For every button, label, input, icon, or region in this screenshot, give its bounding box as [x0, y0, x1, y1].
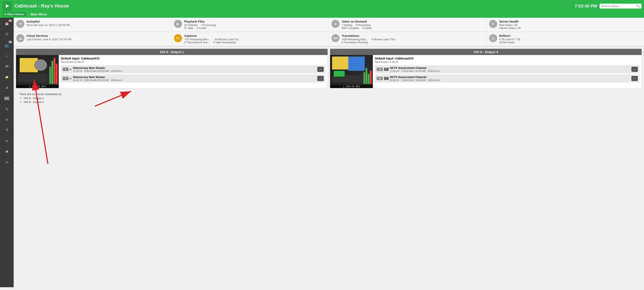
reflect-content: Reflect+ 5 TB Used of 7 TB 16200 Assets	[499, 34, 642, 44]
top-header: Cablecast - Ray's House 7:53:40 PM 🔍	[0, 0, 644, 12]
vod-content: Video on Demand 7 Waiting 0 Processing 8…	[342, 20, 484, 30]
channels-icon: 📺	[4, 43, 9, 47]
channel-panel-output4: VIO 8 - Output 4	[330, 49, 642, 88]
channel-default-input-output4: Default Input: CablecastCG	[375, 57, 640, 60]
tile-server-health: ♥ Server Health Raid Status: OK Volume S…	[486, 18, 644, 32]
event-ctrl-btn-1[interactable]: 🎮	[317, 67, 324, 72]
event-ctrl-btn-3[interactable]: 🎮	[632, 67, 638, 72]
tile-playback-files: ▶ Playback Files 29 Unlinked 0 Processin…	[171, 18, 329, 32]
preview-content-left	[16, 55, 52, 84]
status-tiles-row1: ✈ Autopilot Sent Until June 13, 2024 11:…	[14, 18, 644, 32]
server-health-content: Server Health Raid Status: OK Volume Sta…	[499, 20, 642, 30]
event-info-1: Democracy Now Stream 12:06:19 8:00:00 AM…	[73, 66, 316, 72]
event-row-output4-1: 19 CC HCTV Government Channel 11:06:19 7…	[375, 65, 640, 73]
no-events-item-2: VIO 8 - Output 3	[24, 100, 638, 104]
captions-icon: CC	[4, 96, 10, 100]
no-events-message: There are no events scheduled on:	[19, 93, 62, 96]
vod-processing: 0 Processing	[356, 24, 370, 27]
preview-content-left-4	[330, 55, 366, 84]
sidebar-item-messages[interactable]: ✉	[1, 61, 13, 71]
event-details-1: 12:06:19 8:00:00 AM-8:59:30 AM VIO8-Out-…	[73, 70, 316, 72]
event-ctrl-btn-4[interactable]: 🎮	[632, 76, 638, 81]
sidebar-item-headset[interactable]: 🎧	[1, 50, 13, 61]
search-icon[interactable]: 🔍	[636, 4, 640, 8]
sidebar-item-logout[interactable]: ↪	[1, 157, 13, 167]
sidebar-item-tools[interactable]: 🔧	[1, 104, 13, 114]
content-area: ✈ Autopilot Sent Until June 13, 2024 11:…	[14, 18, 644, 287]
tile-reflect: ◎ Reflect+ 5 TB Used of 7 TB 16200 Asset…	[486, 32, 644, 46]
sidebar-item-settings[interactable]: ⚙	[1, 115, 13, 125]
event-ctrl-btn-2[interactable]: 🎮	[317, 76, 324, 81]
preview-label-output1: L: -60.0 • R: -60.0	[16, 85, 59, 88]
event-num-1: 4	[62, 68, 68, 71]
preview-label-output4: L: -28.6 • R: -28.3	[330, 85, 373, 88]
channel-preview-output4: L: -28.6 • R: -28.3	[330, 55, 373, 88]
captions-remaining: -702 Remaining Minu...	[184, 38, 211, 41]
reflect-assets: 16200 Assets	[499, 41, 642, 44]
channel-info-output4: Default Input: CablecastCG Next Event 11…	[373, 55, 642, 88]
svg-marker-0	[6, 4, 9, 8]
event-name-4: HCTV Government Channel	[390, 75, 630, 79]
event-num-3: 19	[377, 68, 383, 71]
sidebar-item-calendar[interactable]: 📅 22	[1, 18, 13, 29]
channel-header-output1: VIO 8 - Output 1	[16, 49, 328, 55]
captions-used: -59 Minutes Used Thi...	[214, 38, 240, 41]
event-details-3: 11:06:19 7:00:00 AM-7:15:00 AM VIO8-Out-…	[390, 70, 630, 72]
captions-row1: -702 Remaining Minu... -59 Minutes Used …	[184, 38, 326, 41]
tile-cloud-services: ☁ Cloud Services Last Checkin: June 6, 2…	[14, 32, 171, 46]
event-info-3: HCTV Government Channel 11:06:19 7:00:00…	[390, 66, 630, 72]
autopilot-detail: Sent Until June 13, 2024 11:59:59 PM	[26, 24, 168, 27]
translations-running: 0 Translations Running	[342, 41, 484, 44]
search-box[interactable]: 🔍	[600, 4, 642, 8]
cloud-icon: ☁	[16, 34, 24, 42]
playback-processing: 0 Processing	[201, 24, 216, 27]
channels-area: VIO 8 - Output 1	[14, 46, 644, 287]
status-tiles-row2: ☁ Cloud Services Last Checkin: June 6, 2…	[14, 32, 644, 46]
search-input[interactable]	[601, 4, 636, 8]
event-info-4: HCTV Government Channel 83:06:19 7:00:00…	[390, 75, 630, 81]
app-title: Cablecast - Ray's House	[14, 3, 69, 9]
sidebar-item-channels[interactable]: 📺 75	[1, 40, 13, 50]
event-num-2: 4	[62, 77, 68, 80]
captions-vocab: 0 Valid Vocabularies	[213, 41, 236, 44]
playback-files-row2: 37 Valid 0 Invalid	[184, 27, 326, 30]
play-icon-1: ▶	[70, 68, 72, 71]
breadcrumb-station[interactable]: Ray's House	[2, 12, 26, 16]
translations-icon: A|N	[332, 34, 340, 42]
calendar-badge: 22	[8, 19, 12, 22]
sidebar-item-monitor[interactable]: 🖥	[1, 83, 13, 93]
channel-header-output4: VIO 8 - Output 4	[330, 49, 642, 55]
playback-invalid: 0 Invalid	[196, 27, 206, 30]
no-events-item-1: VIO 8 - Output 2	[24, 97, 638, 100]
event-details-2: 84:06:19 8:00:00 AM-8:59:30 AM VIO8-Out-…	[73, 79, 316, 81]
cloud-content: Cloud Services Last Checkin: June 6, 202…	[26, 34, 168, 41]
translations-row1: -606 Remaining Minu... 0 Minutes Used Th…	[342, 38, 484, 41]
tile-captions: CC Captions -702 Remaining Minu... -59 M…	[171, 32, 329, 46]
sidebar-item-captions[interactable]: CC	[1, 93, 13, 103]
sidebar-item-help[interactable]: ?	[1, 125, 13, 136]
no-events-section: There are no events scheduled on: VIO 8 …	[16, 90, 642, 106]
translations-title: Translations	[342, 34, 484, 37]
logo-icon[interactable]	[2, 1, 12, 11]
calendar-icon: 📅	[5, 22, 8, 25]
tile-vod: 🖥 Video on Demand 7 Waiting 0 Processing…	[329, 18, 486, 32]
sidebar-item-shows[interactable]: 🎬	[1, 29, 13, 39]
sidebar-item-docs[interactable]: ≡	[1, 136, 13, 146]
play-icon-2: ▶	[70, 77, 72, 80]
autopilot-title: Autopilot	[26, 20, 168, 23]
event-name-2: Democracy Now Stream	[73, 75, 316, 79]
breadcrumb-main-menu[interactable]: Main Menu	[30, 12, 47, 16]
vod-title: Video on Demand	[342, 20, 484, 23]
sidebar-item-files[interactable]: 📁	[1, 72, 13, 82]
playback-unlinked: 29 Unlinked	[184, 24, 198, 27]
channel-info-output1: Default Input: CablecastCG Next Event 12…	[59, 55, 328, 88]
preview-bars-output4	[364, 55, 372, 84]
translations-content: Translations -606 Remaining Minu... 0 Mi…	[342, 34, 484, 44]
logout-icon: ↪	[5, 160, 8, 165]
event-num-4: 19	[377, 77, 383, 80]
playback-files-icon: ▶	[174, 20, 182, 28]
sidebar-item-analytics[interactable]: ✱	[1, 146, 13, 157]
help-icon: ?	[6, 128, 8, 133]
clock: 7:53:40 PM	[575, 4, 597, 8]
channels-badge: 75	[8, 41, 12, 43]
